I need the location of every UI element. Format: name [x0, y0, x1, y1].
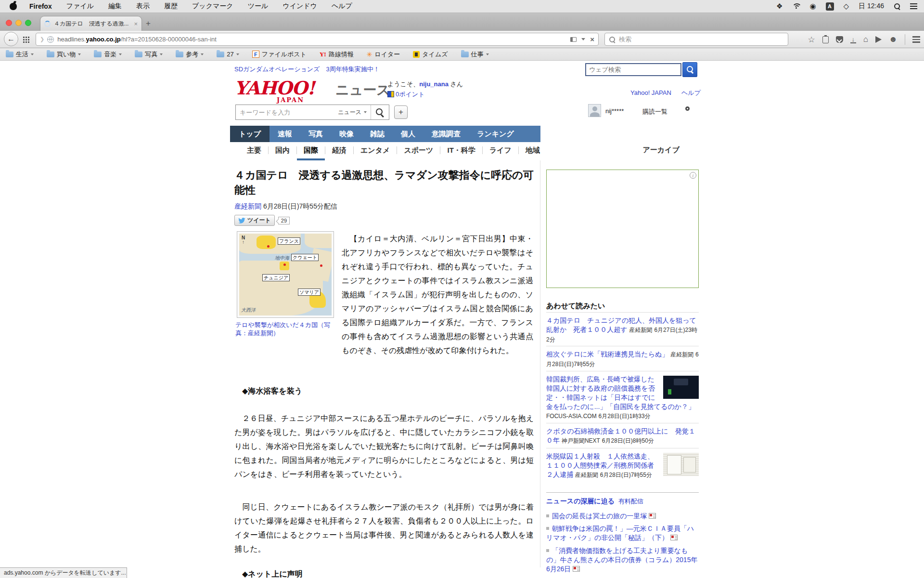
menu-view[interactable]: 表示: [136, 2, 150, 11]
search-scope-dropdown[interactable]: ニュース: [334, 108, 371, 117]
category-sports[interactable]: スポーツ: [397, 142, 440, 160]
home-icon[interactable]: ⌂: [863, 35, 868, 44]
browser-search-field[interactable]: [604, 33, 788, 46]
premium-article-link[interactable]: 「消費者物価指数を上げる工夫より重要なもの」牛さん熊さんの本日の債券（コラム）2…: [546, 547, 697, 573]
menu-bookmarks[interactable]: ブックマーク: [192, 2, 233, 11]
premium-article-link[interactable]: 国会の延長は冥土の旅の一里塚: [552, 512, 647, 520]
bookmark-filepost[interactable]: Fファイルポスト: [252, 50, 307, 59]
nav-tab-personal[interactable]: 個人: [393, 126, 424, 142]
menu-firefox[interactable]: Firefox: [29, 2, 52, 10]
spotlight-icon[interactable]: [894, 3, 900, 10]
service-logo-news[interactable]: ニュース: [335, 81, 390, 99]
bookmark-folder-work[interactable]: 仕事: [461, 50, 489, 59]
menubar-clock[interactable]: 日 12:46: [859, 2, 884, 11]
news-search-button[interactable]: [371, 105, 389, 119]
ad-frame[interactable]: [546, 170, 699, 288]
menu-window[interactable]: ウインドウ: [282, 2, 317, 11]
reader-mode-icon[interactable]: [570, 37, 577, 42]
nav-tab-flash[interactable]: 速報: [270, 126, 300, 142]
yahoo-logo[interactable]: YAHOO! JAPAN: [234, 77, 315, 99]
promo-link[interactable]: SDガンダムオペレーションズ 3周年特集実施中！: [234, 65, 380, 74]
category-it-science[interactable]: IT・科学: [440, 142, 482, 160]
archive-link[interactable]: アーカイブ: [643, 145, 680, 155]
browser-search-input[interactable]: [619, 36, 784, 43]
bookmark-folder-photo[interactable]: 写真: [135, 50, 163, 59]
related-article-link[interactable]: 相次ぐテロに米「戦術連携見当たらぬ」: [546, 350, 668, 358]
url-dropdown-icon[interactable]: [581, 38, 585, 40]
notification-center-icon[interactable]: [910, 3, 917, 9]
menu-file[interactable]: ファイル: [66, 2, 94, 11]
news-search-input[interactable]: [236, 109, 334, 116]
bookmark-folder-life[interactable]: 生活: [6, 50, 34, 59]
bookmark-folder-27[interactable]: 27: [217, 51, 239, 58]
category-economy[interactable]: 経済: [325, 142, 353, 160]
back-button[interactable]: [4, 32, 18, 46]
recent-pages-icon[interactable]: [23, 37, 25, 38]
bookmark-folder-reference[interactable]: 参考: [176, 50, 204, 59]
hello-smiley-icon[interactable]: ☻: [889, 35, 898, 44]
article-image[interactable]: N フランス クウェート 地中海 チュニジア ソマリア 大西洋: [237, 231, 334, 318]
premium-heading-link[interactable]: ニュースの深層に迫る: [546, 497, 615, 505]
gear-icon[interactable]: [685, 106, 690, 111]
bookmark-folder-shopping[interactable]: 買い物: [47, 50, 81, 59]
image-caption-link[interactable]: テロや襲撃が相次いだ４カ国（写真：産経新聞）: [235, 321, 337, 337]
wifi-icon[interactable]: [792, 3, 800, 9]
source-link[interactable]: 産経新聞: [234, 202, 261, 210]
nav-tab-magazine[interactable]: 雑誌: [362, 126, 393, 142]
stop-loading-icon[interactable]: ×: [590, 35, 594, 43]
web-search-button[interactable]: [682, 62, 697, 77]
zoom-window-button[interactable]: [25, 20, 31, 26]
site-globe-icon[interactable]: [47, 36, 54, 43]
tweet-button[interactable]: ツイート: [234, 215, 275, 226]
pocket-icon[interactable]: [836, 36, 843, 43]
category-world[interactable]: 国際: [297, 142, 325, 160]
ad-info-icon[interactable]: [690, 172, 696, 179]
apple-menu-icon[interactable]: [10, 3, 17, 10]
new-tab-button[interactable]: +: [146, 19, 151, 28]
nav-tab-top[interactable]: トップ: [230, 126, 270, 142]
account-id[interactable]: nij*****: [605, 107, 624, 115]
article-thumbnail[interactable]: [663, 376, 699, 399]
bookmark-transit[interactable]: Y!路線情報: [320, 50, 354, 59]
menu-hamburger-icon[interactable]: [912, 36, 920, 43]
airplay-icon[interactable]: ◇: [844, 2, 849, 11]
reading-list-icon[interactable]: [822, 36, 829, 43]
bookmark-folder-music[interactable]: 音楽: [94, 50, 122, 59]
points-link[interactable]: 0ポイント: [387, 90, 424, 99]
avatar[interactable]: [588, 104, 601, 117]
downloads-icon[interactable]: ↓: [850, 36, 856, 43]
category-region[interactable]: 地域: [519, 142, 547, 160]
category-life[interactable]: ライフ: [483, 142, 518, 160]
category-main[interactable]: 主要: [240, 142, 268, 160]
menu-help[interactable]: ヘルプ: [332, 2, 352, 11]
creative-cloud-icon[interactable]: ◉: [809, 2, 816, 11]
url-bar[interactable]: ❯ headlines.yahoo.co.jp/hl?a=20150628-00…: [36, 33, 599, 46]
bookmark-reuters[interactable]: ✳ロイター: [367, 50, 400, 59]
bookmark-star-icon[interactable]: ☆: [808, 35, 815, 45]
subscriptions-link[interactable]: 購読一覧: [642, 107, 667, 116]
nav-tab-poll[interactable]: 意識調査: [424, 126, 469, 142]
nav-tab-ranking[interactable]: ランキング: [469, 126, 522, 142]
input-source-icon[interactable]: A: [826, 2, 834, 11]
close-window-button[interactable]: [6, 20, 12, 26]
tab-close-icon[interactable]: ×: [134, 20, 138, 27]
yahoo-japan-link[interactable]: Yahoo! JAPAN: [630, 89, 671, 96]
web-search-input[interactable]: [585, 63, 681, 76]
category-domestic[interactable]: 国内: [269, 142, 296, 160]
menu-history[interactable]: 履歴: [164, 2, 178, 11]
browser-tab[interactable]: ４カ国テロ 浸透する過激... ×: [40, 16, 142, 31]
menu-edit[interactable]: 編集: [108, 2, 122, 11]
tweet-count-badge[interactable]: 29: [278, 217, 290, 224]
article-thumbnail[interactable]: [663, 453, 699, 476]
minimize-window-button[interactable]: [15, 20, 22, 26]
help-link[interactable]: ヘルプ: [681, 89, 701, 96]
bookmark-times[interactable]: タイムズ: [413, 50, 448, 59]
username-link[interactable]: niju_nana: [419, 80, 449, 88]
share-icon[interactable]: [875, 36, 882, 43]
dropbox-icon[interactable]: ❖: [776, 2, 783, 11]
category-entertainment[interactable]: エンタメ: [354, 142, 397, 160]
add-search-button[interactable]: +: [394, 105, 408, 119]
nav-tab-photo[interactable]: 写真: [300, 126, 331, 142]
menu-tools[interactable]: ツール: [248, 2, 269, 11]
nav-tab-video[interactable]: 映像: [331, 126, 362, 142]
